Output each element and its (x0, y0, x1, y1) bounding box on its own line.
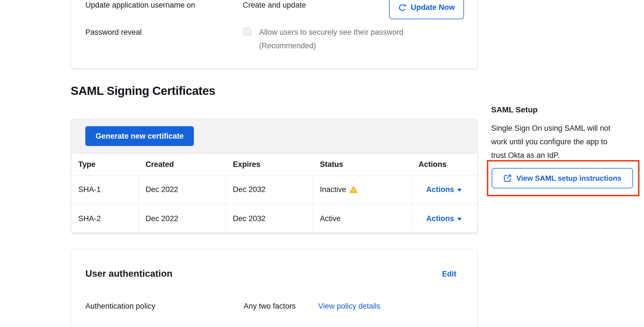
actions-menu-button[interactable]: Actions (426, 185, 462, 194)
cell-created: Dec 2022 (138, 204, 226, 233)
cell-created: Dec 2022 (138, 176, 226, 204)
certificate-row-sha1: SHA-1 Dec 2022 Dec 2032 Inactive Actions (71, 176, 478, 204)
cell-status: Inactive (313, 176, 412, 204)
checkbox-text-line2: (Recommended) (259, 39, 403, 53)
user-authentication-panel: User authentication Edit Authentication … (71, 249, 478, 327)
cell-expires: Dec 2032 (226, 204, 313, 233)
username-update-label: Update application username on (85, 0, 195, 10)
description-line: Single Sign On using SAML will not (491, 121, 610, 135)
view-saml-setup-instructions-button[interactable]: View SAML setup instructions (492, 168, 633, 188)
saml-setup-title: SAML Setup (491, 105, 537, 115)
description-line: work until you configure the app to (491, 135, 610, 149)
column-header-status: Status (313, 154, 412, 175)
checkbox-text-line1: Allow users to securely see their passwo… (259, 25, 403, 39)
password-reveal-checkbox[interactable] (243, 28, 251, 36)
view-policy-details-link[interactable]: View policy details (318, 301, 380, 311)
certificates-table-header: Type Created Expires Status Actions (71, 154, 478, 175)
cell-actions: Actions (412, 204, 478, 233)
app-settings-page: Update application username on Create an… (0, 0, 644, 327)
external-link-icon (503, 174, 512, 182)
certificates-toolbar: Generate new certificate (71, 119, 477, 153)
password-reveal-label: Password reveal (85, 27, 142, 37)
password-reveal-checkbox-text: Allow users to securely see their passwo… (259, 25, 403, 53)
status-text: Active (320, 214, 341, 223)
page-title: SAML Signing Certificates (71, 84, 215, 98)
column-header-actions: Actions (412, 154, 478, 175)
certificate-row-sha2: SHA-2 Dec 2022 Dec 2032 Active Actions (71, 204, 478, 233)
update-now-button[interactable]: Update Now (389, 0, 464, 19)
warning-icon (350, 186, 357, 193)
refresh-icon (398, 3, 407, 12)
authentication-policy-label: Authentication policy (85, 301, 155, 311)
column-header-type: Type (71, 154, 138, 175)
chevron-down-icon (457, 218, 462, 221)
saml-setup-description: Single Sign On using SAML will not work … (491, 121, 610, 162)
description-line: trust Okta as an IdP. (491, 149, 610, 162)
edit-button[interactable]: Edit (442, 270, 456, 278)
cell-actions: Actions (412, 176, 478, 204)
chevron-down-icon (457, 189, 462, 192)
username-update-value: Create and update (243, 0, 306, 10)
generate-certificate-button[interactable]: Generate new certificate (85, 126, 194, 146)
certificates-panel: Generate new certificate Type Created Ex… (71, 119, 478, 233)
actions-label: Actions (426, 185, 454, 194)
update-now-label: Update Now (411, 3, 455, 12)
column-header-expires: Expires (226, 154, 313, 175)
sign-on-settings-panel: Update application username on Create an… (71, 0, 478, 69)
authentication-policy-value: Any two factors (244, 301, 296, 311)
cell-type: SHA-2 (71, 204, 138, 233)
status-text: Inactive (320, 185, 346, 194)
actions-menu-button[interactable]: Actions (426, 214, 462, 223)
view-saml-setup-label: View SAML setup instructions (516, 174, 621, 183)
cell-type: SHA-1 (71, 176, 138, 204)
user-authentication-title: User authentication (85, 268, 172, 279)
cell-expires: Dec 2032 (226, 176, 313, 204)
cell-status: Active (313, 204, 412, 233)
column-header-created: Created (138, 154, 226, 175)
actions-label: Actions (426, 214, 454, 223)
